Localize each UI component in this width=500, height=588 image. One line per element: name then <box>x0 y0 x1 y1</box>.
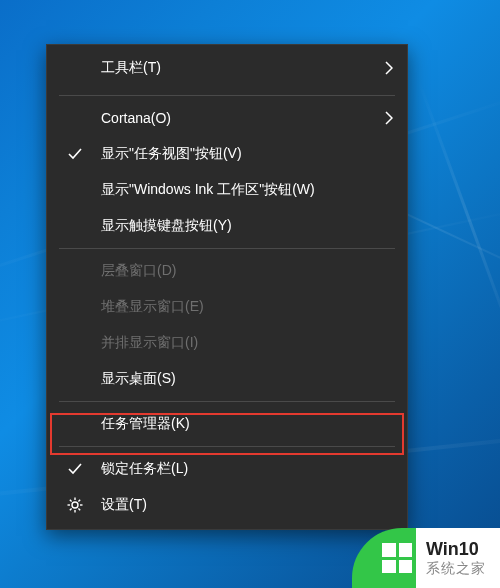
menu-item-label: 层叠窗口(D) <box>101 262 387 280</box>
gear-icon <box>65 495 85 515</box>
brand-subtitle: 系统之家 <box>426 560 486 578</box>
brand-badge: Win10 系统之家 <box>352 528 500 588</box>
menu-item-settings[interactable]: 设置(T) <box>47 487 407 523</box>
menu-separator <box>59 248 395 249</box>
menu-item-lock-taskbar[interactable]: 锁定任务栏(L) <box>47 451 407 487</box>
menu-item-show-touch-keyboard-button[interactable]: 显示触摸键盘按钮(Y) <box>47 208 407 244</box>
menu-item-label: 显示"Windows Ink 工作区"按钮(W) <box>101 181 387 199</box>
check-icon <box>65 459 85 479</box>
menu-separator <box>59 446 395 447</box>
menu-item-show-desktop[interactable]: 显示桌面(S) <box>47 361 407 397</box>
menu-item-label: 设置(T) <box>101 496 387 514</box>
menu-separator <box>59 401 395 402</box>
svg-line-5 <box>70 500 72 502</box>
menu-item-cascade-windows: 层叠窗口(D) <box>47 253 407 289</box>
menu-item-task-manager[interactable]: 任务管理器(K) <box>47 406 407 442</box>
brand-badge-right: Win10 系统之家 <box>416 528 500 588</box>
menu-item-label: 堆叠显示窗口(E) <box>101 298 387 316</box>
desktop-wallpaper: 工具栏(T) Cortana(O) 显示"任务视图"按钮(V) 显示"Windo… <box>0 0 500 588</box>
svg-line-6 <box>78 508 80 510</box>
menu-item-label: Cortana(O) <box>101 110 387 126</box>
chevron-right-icon <box>385 61 393 75</box>
menu-item-label: 任务管理器(K) <box>101 415 387 433</box>
taskbar-context-menu: 工具栏(T) Cortana(O) 显示"任务视图"按钮(V) 显示"Windo… <box>46 44 408 530</box>
windows-logo-icon <box>382 543 412 573</box>
menu-item-show-windows-ink-workspace-button[interactable]: 显示"Windows Ink 工作区"按钮(W) <box>47 172 407 208</box>
menu-item-label: 显示桌面(S) <box>101 370 387 388</box>
brand-title: Win10 <box>426 539 486 560</box>
menu-item-label: 显示触摸键盘按钮(Y) <box>101 217 387 235</box>
menu-item-label: 锁定任务栏(L) <box>101 460 387 478</box>
menu-item-side-by-side-windows: 并排显示窗口(I) <box>47 325 407 361</box>
menu-item-label: 显示"任务视图"按钮(V) <box>101 145 387 163</box>
menu-item-stack-windows: 堆叠显示窗口(E) <box>47 289 407 325</box>
menu-item-toolbars[interactable]: 工具栏(T) <box>47 45 407 91</box>
svg-point-0 <box>72 502 78 508</box>
chevron-right-icon <box>385 111 393 125</box>
menu-item-label: 工具栏(T) <box>101 59 387 77</box>
menu-item-cortana[interactable]: Cortana(O) <box>47 100 407 136</box>
menu-separator <box>59 95 395 96</box>
check-icon <box>65 144 85 164</box>
brand-badge-left <box>352 528 416 588</box>
menu-item-label: 并排显示窗口(I) <box>101 334 387 352</box>
svg-line-8 <box>78 500 80 502</box>
svg-line-7 <box>70 508 72 510</box>
menu-item-show-task-view-button[interactable]: 显示"任务视图"按钮(V) <box>47 136 407 172</box>
